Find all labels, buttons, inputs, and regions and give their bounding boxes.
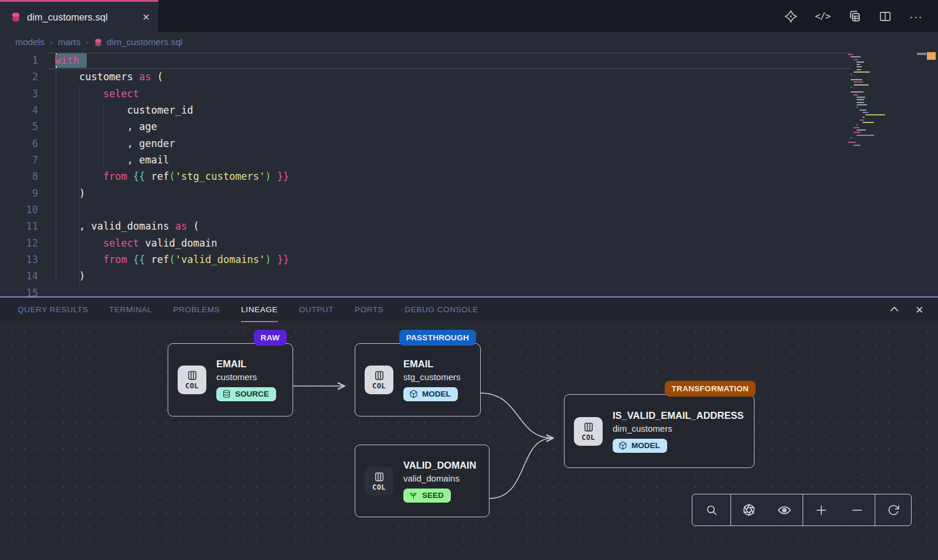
node-title: VALID_DOMAIN [403, 460, 476, 471]
tab-dim-customers-sql[interactable]: dim_customers.sql ✕ [0, 0, 158, 32]
tab-title: dim_customers.sql [27, 12, 137, 23]
code-line[interactable]: 1with [0, 52, 938, 69]
tab-problems[interactable]: PROBLEMS [173, 298, 220, 322]
tab-debug-console[interactable]: DEBUG CONSOLE [405, 298, 478, 322]
code-line[interactable]: 10 [0, 202, 938, 218]
line-number: 10 [0, 202, 38, 218]
node-title: EMAIL [216, 358, 246, 370]
line-number: 7 [0, 152, 38, 168]
column-chip: COL [365, 467, 393, 496]
line-number: 8 [0, 168, 38, 185]
code-line[interactable]: 8 from {{ ref('stg_customers') }} [0, 168, 938, 185]
line-number: 1 [0, 52, 38, 69]
breadcrumb-item-models[interactable]: models [15, 37, 45, 47]
line-number: 15 [0, 285, 38, 296]
split-editor-icon[interactable] [879, 10, 892, 23]
zoom-out-icon[interactable] [851, 504, 864, 517]
code-line[interactable]: 3 select [0, 86, 938, 102]
chevron-up-icon[interactable] [889, 303, 900, 316]
materialization-pill-model: MODEL [613, 439, 667, 453]
tab-terminal[interactable]: TERMINAL [109, 298, 152, 322]
lineage-toolbar [692, 494, 912, 526]
materialization-pill-model: MODEL [403, 387, 458, 401]
code-line[interactable]: 12 select valid_domain [0, 235, 938, 251]
editor-tab-bar: dim_customers.sql ✕ </> ··· [0, 0, 938, 32]
lineage-node-stg-customers[interactable]: PASSTHROUGH COL EMAIL stg_customers MODE… [355, 343, 481, 416]
search-icon[interactable] [705, 504, 718, 517]
materialization-pill-seed: SEED [403, 489, 451, 503]
copy-table-icon[interactable] [848, 9, 861, 23]
code-line[interactable]: 9 ) [0, 185, 938, 202]
database-icon [11, 12, 21, 22]
lineage-canvas[interactable]: RAW COL EMAIL customers SOURCE PASSTHROU… [0, 322, 938, 560]
bottom-panel-tab-bar: QUERY RESULTS TERMINAL PROBLEMS LINEAGE … [0, 296, 938, 322]
node-subtitle: valid_domains [403, 473, 460, 483]
lineage-node-customers[interactable]: RAW COL EMAIL customers SOURCE [168, 343, 293, 416]
columns-icon [373, 370, 385, 381]
code-line[interactable]: 6 , gender [0, 135, 938, 152]
line-number: 6 [0, 135, 38, 152]
lineage-node-valid-domains[interactable]: COL VALID_DOMAIN valid_domains SEED [355, 445, 490, 517]
seedling-icon [409, 491, 418, 500]
code-line[interactable]: 14 ) [0, 268, 938, 284]
node-type-badge: TRANSFORMATION [665, 381, 756, 397]
columns-icon [583, 421, 594, 433]
materialization-pill-source: SOURCE [216, 387, 276, 401]
refresh-icon[interactable] [887, 504, 900, 517]
breadcrumb-item-file[interactable]: dim_customers.sql [94, 37, 182, 47]
node-title: EMAIL [403, 358, 433, 370]
node-type-badge: RAW [254, 330, 287, 346]
dbt-icon[interactable] [784, 10, 797, 23]
database-icon [94, 38, 103, 47]
code-editor[interactable]: 1with2 customers as (3 select4 customer_… [0, 52, 938, 296]
code-line[interactable]: 11 , valid_domains as ( [0, 218, 938, 234]
line-number: 13 [0, 251, 38, 268]
breadcrumb-separator: › [86, 37, 89, 47]
node-subtitle: customers [216, 372, 257, 382]
breadcrumb-item-marts[interactable]: marts [58, 37, 81, 47]
code-line[interactable]: 13 from {{ ref('valid_domains') }} [0, 251, 938, 268]
line-number: 5 [0, 118, 38, 135]
overview-ruler-cursor-mark [917, 53, 926, 55]
cube-icon [618, 441, 627, 450]
line-number: 14 [0, 268, 38, 284]
line-number: 3 [0, 86, 38, 102]
aperture-icon[interactable] [742, 503, 756, 517]
overview-ruler-marker [927, 52, 936, 60]
zoom-in-icon[interactable] [815, 504, 828, 517]
node-subtitle: dim_customers [613, 424, 672, 433]
node-subtitle: stg_customers [403, 372, 461, 382]
lineage-node-dim-customers[interactable]: TRANSFORMATION COL IS_VALID_EMAIL_ADDRES… [564, 394, 755, 468]
line-number: 12 [0, 235, 38, 251]
code-icon[interactable]: </> [815, 11, 830, 22]
column-chip: COL [178, 366, 206, 394]
line-number: 11 [0, 218, 38, 234]
column-chip: COL [365, 366, 393, 394]
line-number: 4 [0, 102, 38, 118]
minimap[interactable] [848, 54, 905, 169]
tab-lineage[interactable]: LINEAGE [241, 298, 278, 322]
tab-close-icon[interactable]: ✕ [142, 12, 150, 23]
tab-ports[interactable]: PORTS [355, 298, 383, 322]
code-line[interactable]: 5 , age [0, 118, 938, 135]
cube-icon [409, 390, 418, 398]
breadcrumb-separator: › [50, 37, 53, 47]
tab-query-results[interactable]: QUERY RESULTS [18, 298, 88, 322]
more-actions-icon[interactable]: ··· [909, 13, 923, 19]
code-line[interactable]: 4 customer_id [0, 102, 938, 118]
database-icon [222, 390, 231, 398]
tab-output[interactable]: OUTPUT [299, 298, 334, 322]
breadcrumb: models › marts › dim_customers.sql [0, 32, 938, 52]
code-line[interactable]: 15 [0, 285, 938, 296]
close-panel-icon[interactable]: ✕ [915, 304, 924, 316]
node-title: IS_VALID_EMAIL_ADDRESS [613, 410, 743, 421]
columns-icon [373, 471, 385, 483]
node-type-badge: PASSTHROUGH [399, 330, 476, 346]
code-line[interactable]: 2 customers as ( [0, 69, 938, 85]
columns-icon [186, 370, 198, 381]
eye-icon[interactable] [777, 503, 791, 517]
code-line[interactable]: 7 , email [0, 152, 938, 168]
code-lines[interactable]: 1with2 customers as (3 select4 customer_… [0, 52, 938, 296]
editor-actions: </> ··· [784, 0, 938, 32]
column-chip: COL [574, 417, 603, 446]
